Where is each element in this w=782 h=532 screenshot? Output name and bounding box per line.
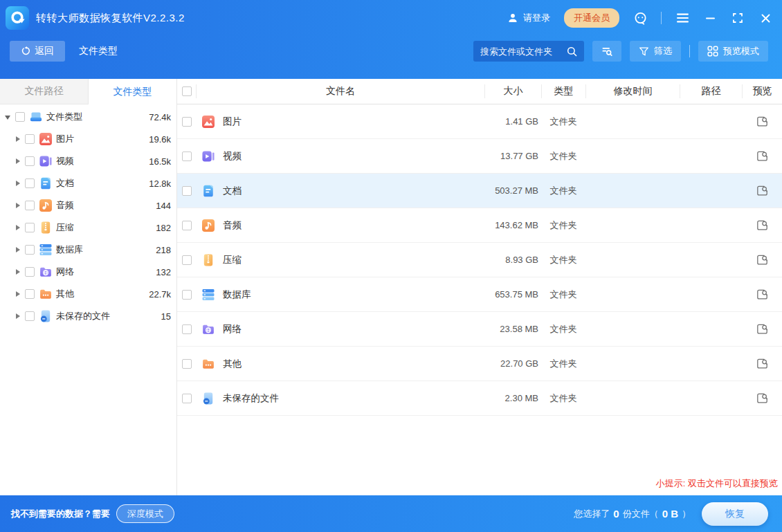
login-button[interactable]: 请登录: [507, 12, 550, 24]
expand-arrow-icon[interactable]: [16, 269, 20, 275]
header-file-name[interactable]: 文件名: [196, 84, 484, 98]
preview-icon[interactable]: [756, 323, 768, 335]
tree-checkbox[interactable]: [25, 156, 35, 166]
header-size[interactable]: 大小: [484, 84, 541, 98]
table-row-archives[interactable]: 压缩 8.93 GB 文件夹: [177, 243, 782, 277]
preview-icon[interactable]: [756, 219, 768, 231]
recover-button[interactable]: 恢复: [702, 502, 768, 526]
expand-arrow-icon[interactable]: [16, 158, 20, 164]
preview-icon[interactable]: [756, 358, 768, 369]
search-in-results-button[interactable]: [592, 41, 621, 62]
row-checkbox[interactable]: [182, 152, 192, 161]
close-button[interactable]: [758, 11, 772, 25]
table-row-network[interactable]: 网络 23.58 MB 文件夹: [177, 312, 782, 347]
table-row-documents[interactable]: 文档 503.27 MB 文件夹: [177, 174, 782, 208]
footer-bar: 找不到需要的数据？需要 深度模式 您选择了0份文件（0 B） 恢复: [0, 495, 782, 532]
expand-arrow-icon[interactable]: [16, 181, 20, 186]
table-row-unsaved[interactable]: 未保存的文件 2.30 MB 文件夹: [177, 381, 782, 416]
table-row-other[interactable]: 其他 22.70 GB 文件夹: [177, 347, 782, 381]
list-search-icon: [601, 46, 612, 57]
tree-item-videos[interactable]: 视频 16.5k: [0, 150, 176, 172]
deep-scan-button[interactable]: 深度模式: [116, 504, 174, 523]
tree-item-network[interactable]: 网络 132: [0, 261, 176, 283]
tree-item-audio[interactable]: 音频 144: [0, 194, 176, 217]
search-input[interactable]: [480, 46, 567, 57]
preview-icon[interactable]: [756, 392, 768, 404]
preview-icon[interactable]: [756, 185, 768, 196]
expand-arrow-icon[interactable]: [16, 313, 20, 319]
row-checkbox[interactable]: [182, 394, 192, 403]
archive-icon: [202, 254, 215, 266]
expand-arrow-icon[interactable]: [16, 247, 20, 253]
tab-file-type[interactable]: 文件类型: [89, 79, 176, 104]
table-row-videos[interactable]: 视频 13.77 GB 文件夹: [177, 139, 782, 174]
tree-item-documents[interactable]: 文档 12.8k: [0, 172, 176, 194]
login-label: 请登录: [523, 12, 550, 24]
table-row-audio[interactable]: 音频 143.62 MB 文件夹: [177, 208, 782, 243]
row-checkbox[interactable]: [182, 186, 192, 196]
row-checkbox[interactable]: [182, 221, 192, 230]
row-checkbox[interactable]: [182, 255, 192, 265]
tree-item-databases[interactable]: 数据库 218: [0, 239, 176, 261]
tree-checkbox[interactable]: [25, 223, 35, 232]
row-checkbox[interactable]: [182, 290, 192, 300]
row-checkbox[interactable]: [182, 324, 192, 334]
database-icon: [39, 244, 52, 256]
expand-arrow-icon[interactable]: [16, 291, 20, 297]
preview-icon[interactable]: [756, 116, 768, 127]
header-path[interactable]: 路径: [680, 84, 742, 98]
tree-checkbox[interactable]: [25, 178, 35, 188]
file-type-tree: 文件类型 72.4k 图片 19.6k 视频 16.5k: [0, 104, 176, 327]
support-button[interactable]: [633, 11, 647, 25]
tab-file-path[interactable]: 文件路径: [0, 79, 89, 104]
file-name: 网络: [223, 323, 242, 336]
item-count: 16.5k: [149, 156, 171, 167]
collapse-arrow-icon[interactable]: [5, 116, 10, 120]
search-icon[interactable]: [567, 46, 577, 57]
tree-checkbox[interactable]: [25, 134, 35, 144]
funnel-icon: [639, 46, 649, 57]
file-name: 压缩: [223, 254, 242, 266]
tree-checkbox[interactable]: [25, 267, 35, 277]
row-checkbox[interactable]: [182, 359, 192, 369]
back-button[interactable]: 返回: [10, 41, 65, 62]
minimize-button[interactable]: [703, 11, 717, 25]
expand-arrow-icon[interactable]: [16, 225, 20, 230]
row-checkbox[interactable]: [182, 117, 192, 127]
tree-item-all-files[interactable]: 文件类型 72.4k: [0, 106, 176, 128]
tree-item-archives[interactable]: 压缩 182: [0, 217, 176, 239]
file-type: 文件夹: [541, 219, 585, 232]
header-preview[interactable]: 预览: [742, 84, 782, 98]
file-size: 2.30 MB: [484, 393, 541, 403]
expand-arrow-icon[interactable]: [16, 136, 20, 142]
preview-icon[interactable]: [756, 288, 768, 300]
tree-item-images[interactable]: 图片 19.6k: [0, 128, 176, 150]
vip-button[interactable]: 开通会员: [564, 8, 619, 28]
header-modified-time[interactable]: 修改时间: [585, 84, 680, 98]
header-type[interactable]: 类型: [541, 84, 585, 98]
tree-checkbox[interactable]: [25, 289, 35, 299]
expand-arrow-icon[interactable]: [16, 203, 20, 208]
table-row-images[interactable]: 图片 1.41 GB 文件夹: [177, 104, 782, 139]
select-all-checkbox[interactable]: [182, 86, 192, 96]
preview-icon[interactable]: [756, 150, 768, 162]
search-box: [473, 41, 584, 62]
tree-item-other[interactable]: 其他 22.7k: [0, 283, 176, 305]
tree-checkbox[interactable]: [25, 245, 35, 255]
app-title: 转转大师数据恢复软件V2.2.3.2: [36, 12, 185, 25]
maximize-button[interactable]: [731, 11, 745, 25]
toolbar-divider: [689, 45, 690, 57]
preview-mode-button[interactable]: 预览模式: [698, 41, 768, 62]
filter-button[interactable]: 筛选: [630, 41, 681, 62]
item-count: 218: [156, 245, 171, 255]
tree-item-unsaved[interactable]: 未保存的文件 15: [0, 305, 176, 327]
tree-checkbox[interactable]: [15, 112, 25, 122]
item-count: 19.6k: [149, 134, 171, 145]
menu-button[interactable]: [675, 11, 689, 25]
tree-checkbox[interactable]: [25, 311, 35, 321]
tree-checkbox[interactable]: [25, 201, 35, 210]
app-logo-icon: [6, 6, 29, 30]
titlebar-divider: [661, 12, 662, 24]
table-row-databases[interactable]: 数据库 653.75 MB 文件夹: [177, 277, 782, 312]
preview-icon[interactable]: [756, 254, 768, 266]
